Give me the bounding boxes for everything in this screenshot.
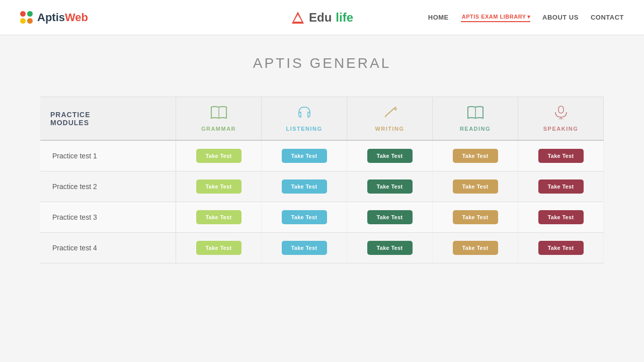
btn-writing-3[interactable]: Take Test — [367, 210, 413, 224]
aptis-logo: AptisWeb — [20, 11, 88, 24]
dropdown-chevron: ▾ — [527, 14, 531, 20]
btn-reading-4[interactable]: Take Test — [453, 241, 498, 255]
life-text: life — [336, 11, 353, 25]
table-row: Practice test 3 Take Test Take Test Take… — [40, 202, 604, 233]
btn-listening-4[interactable]: Take Test — [282, 241, 327, 255]
btn-writing-4[interactable]: Take Test — [367, 241, 413, 255]
btn-listening-1[interactable]: Take Test — [282, 149, 327, 163]
table-row: Practice test 1 Take Test Take Test Take… — [40, 141, 604, 171]
btn-grammar-4[interactable]: Take Test — [196, 241, 242, 255]
nav-home[interactable]: HOME — [428, 14, 449, 21]
cell-speaking-1: Take Test — [518, 141, 604, 171]
cell-reading-3: Take Test — [433, 202, 518, 232]
aptis-text: AptisWeb — [37, 11, 88, 24]
practice-table: PRACTICEMODULES GRAMMAR — [40, 97, 604, 263]
row-label-4: Practice test 4 — [40, 233, 176, 263]
nav-about-us[interactable]: ABOUT US — [542, 14, 579, 21]
writing-icon — [381, 105, 398, 123]
btn-reading-1[interactable]: Take Test — [453, 149, 498, 163]
table-header-row: PRACTICEMODULES GRAMMAR — [40, 97, 604, 141]
site-header: AptisWeb Edulife HOME APTIS EXAM LIBRARY… — [0, 0, 644, 35]
table-row: Practice test 4 Take Test Take Test Take… — [40, 233, 604, 263]
reading-icon — [467, 105, 484, 123]
edu-text: Edu — [309, 11, 332, 25]
btn-grammar-1[interactable]: Take Test — [196, 149, 242, 163]
dot-green — [27, 11, 33, 17]
btn-reading-3[interactable]: Take Test — [453, 210, 498, 224]
speaking-label: SPEAKING — [543, 126, 578, 132]
cell-speaking-3: Take Test — [518, 202, 604, 232]
nav-exam-library[interactable]: APTIS EXAM LIBRARY▾ — [461, 13, 530, 22]
cell-writing-3: Take Test — [347, 202, 433, 232]
edulife-logo: Edulife — [291, 11, 353, 25]
page-title: APTIS GENERAL — [40, 55, 604, 71]
cell-listening-2: Take Test — [262, 171, 347, 202]
writing-header: WRITING — [347, 97, 433, 140]
listening-header: LISTENING — [262, 97, 347, 140]
grammar-label: GRAMMAR — [201, 126, 236, 132]
dot-red — [20, 11, 26, 17]
reading-book-icon — [467, 105, 484, 119]
headphones-icon — [296, 105, 313, 119]
cell-speaking-4: Take Test — [518, 233, 604, 263]
exam-library-label: APTIS EXAM LIBRARY — [462, 14, 526, 20]
cell-listening-1: Take Test — [262, 141, 347, 171]
btn-grammar-2[interactable]: Take Test — [196, 179, 242, 194]
cell-listening-3: Take Test — [262, 202, 347, 232]
cell-reading-2: Take Test — [433, 171, 518, 202]
cell-speaking-2: Take Test — [518, 171, 604, 202]
speaking-header: SPEAKING — [518, 97, 604, 140]
dot-yellow — [20, 18, 26, 24]
svg-rect-5 — [558, 106, 564, 113]
row-label-3: Practice test 3 — [40, 202, 176, 232]
logo-dots — [20, 11, 34, 24]
edulife-triangle-svg — [291, 11, 305, 25]
btn-listening-2[interactable]: Take Test — [282, 179, 327, 194]
svg-line-3 — [385, 108, 394, 116]
btn-speaking-1[interactable]: Take Test — [538, 149, 584, 163]
cell-writing-2: Take Test — [347, 171, 433, 202]
btn-writing-1[interactable]: Take Test — [367, 149, 413, 163]
btn-grammar-3[interactable]: Take Test — [196, 210, 242, 224]
listening-label: LISTENING — [286, 126, 322, 132]
page-content: APTIS GENERAL PRACTICEMODULES GRAMMAR — [0, 35, 644, 284]
btn-reading-2[interactable]: Take Test — [453, 179, 498, 194]
btn-speaking-4[interactable]: Take Test — [538, 241, 584, 255]
cell-writing-4: Take Test — [347, 233, 433, 263]
reading-header: READING — [433, 97, 518, 140]
cell-listening-4: Take Test — [262, 233, 347, 263]
nav-contact[interactable]: CONTACT — [591, 14, 624, 21]
speaking-icon — [552, 105, 570, 123]
btn-speaking-2[interactable]: Take Test — [538, 179, 584, 194]
cell-grammar-2: Take Test — [176, 171, 262, 202]
cell-reading-1: Take Test — [433, 141, 518, 171]
pencil-icon — [381, 105, 398, 119]
writing-label: WRITING — [375, 126, 404, 132]
cell-reading-4: Take Test — [433, 233, 518, 263]
table-row: Practice test 2 Take Test Take Test Take… — [40, 171, 604, 202]
grammar-header: GRAMMAR — [176, 97, 262, 140]
btn-writing-2[interactable]: Take Test — [367, 179, 413, 194]
listening-icon — [296, 105, 313, 123]
row-label-2: Practice test 2 — [40, 171, 176, 202]
edulife-triangle-container — [291, 11, 305, 25]
main-nav: HOME APTIS EXAM LIBRARY▾ ABOUT US CONTAC… — [428, 13, 624, 22]
cell-grammar-4: Take Test — [176, 233, 262, 263]
dot-orange — [27, 18, 33, 24]
btn-listening-3[interactable]: Take Test — [282, 210, 327, 224]
module-header: PRACTICEMODULES — [40, 97, 176, 140]
grammar-icon — [210, 105, 227, 123]
cell-writing-1: Take Test — [347, 141, 433, 171]
reading-label: READING — [460, 126, 491, 132]
mic-icon — [552, 105, 570, 119]
cell-grammar-3: Take Test — [176, 202, 262, 232]
web-text: Web — [65, 11, 88, 24]
row-label-1: Practice test 1 — [40, 141, 176, 171]
cell-grammar-1: Take Test — [176, 141, 262, 171]
btn-speaking-3[interactable]: Take Test — [538, 210, 584, 224]
book-icon — [210, 105, 227, 119]
